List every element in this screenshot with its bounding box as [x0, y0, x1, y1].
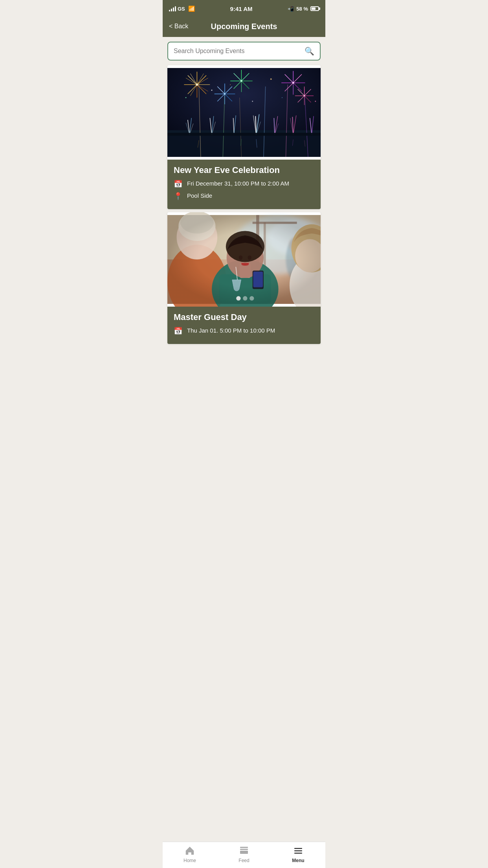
signal-bars — [169, 6, 176, 11]
search-icon[interactable]: 🔍 — [305, 46, 314, 56]
search-bar[interactable]: 🔍 — [167, 42, 321, 61]
svg-point-84 — [315, 101, 316, 102]
svg-point-83 — [185, 97, 187, 98]
page-title: Upcoming Events — [211, 22, 277, 31]
svg-point-71 — [224, 93, 226, 95]
status-time: 9:41 AM — [230, 6, 253, 12]
svg-point-81 — [211, 90, 213, 91]
wifi-icon: 📶 — [188, 6, 195, 12]
event-1-title: New Year Eve Celebration — [174, 165, 314, 175]
back-label: < Back — [169, 23, 188, 30]
svg-point-86 — [282, 97, 283, 98]
back-button[interactable]: < Back — [169, 23, 188, 30]
svg-rect-1 — [167, 135, 321, 157]
svg-point-87 — [230, 84, 231, 85]
svg-point-80 — [304, 95, 305, 97]
battery-icon — [310, 6, 319, 11]
svg-rect-93 — [167, 133, 321, 136]
event-2-info: Master Guest Day 📅 Thu Jan 01. 5:00 PM t… — [167, 307, 321, 344]
event-image-people — [167, 212, 321, 307]
calendar-icon-1: 📅 — [174, 180, 182, 188]
location-icon-1: 📍 — [174, 192, 182, 200]
search-input[interactable] — [174, 48, 305, 55]
svg-point-82 — [270, 78, 272, 80]
event-2-title: Master Guest Day — [174, 312, 314, 322]
status-right: 📲 58 % — [288, 6, 319, 12]
page-header: < Back Upcoming Events — [163, 17, 325, 37]
event-image-fireworks — [167, 65, 321, 160]
carrier-text: GS — [178, 6, 185, 12]
event-2-date: Thu Jan 01. 5:00 PM to 10:00 PM — [187, 326, 275, 335]
event-2-date-row: 📅 Thu Jan 01. 5:00 PM to 10:00 PM — [174, 326, 314, 335]
event-1-date-row: 📅 Fri December 31, 10:00 PM to 2:00 AM — [174, 179, 314, 188]
status-bar: GS 📶 9:41 AM 📲 58 % — [163, 0, 325, 17]
event-card-2[interactable]: Master Guest Day 📅 Thu Jan 01. 5:00 PM t… — [167, 212, 321, 344]
svg-point-85 — [252, 101, 253, 102]
event-1-date: Fri December 31, 10:00 PM to 2:00 AM — [187, 179, 289, 188]
battery-percent: 58 % — [296, 6, 308, 12]
status-left: GS 📶 — [169, 6, 195, 12]
bluetooth-icon: 📲 — [288, 6, 294, 12]
event-card-1[interactable]: New Year Eve Celebration 📅 Fri December … — [167, 65, 321, 209]
event-1-location: Pool Side — [187, 191, 212, 200]
svg-point-53 — [240, 80, 242, 82]
svg-point-62 — [292, 82, 294, 84]
svg-rect-124 — [167, 215, 321, 304]
event-1-location-row: 📍 Pool Side — [174, 191, 314, 200]
svg-point-17 — [196, 84, 198, 86]
event-1-info: New Year Eve Celebration 📅 Fri December … — [167, 160, 321, 209]
events-list: New Year Eve Celebration 📅 Fri December … — [163, 65, 325, 379]
calendar-icon-2: 📅 — [174, 327, 182, 335]
